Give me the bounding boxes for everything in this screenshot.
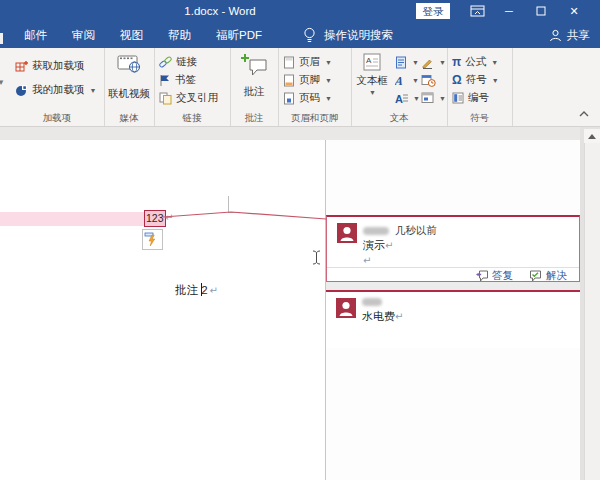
tell-me-search[interactable]: 操作说明搜索	[303, 27, 393, 44]
group-symbols: π 公式 ▼ Ω 符号 ▼ 编号 符号	[447, 48, 513, 126]
group-label-media: 媒体	[104, 112, 154, 125]
tab-foxit-pdf[interactable]: 福昕PDF	[210, 22, 268, 48]
maximize-button[interactable]	[530, 0, 552, 22]
bookmark-button[interactable]: 书签	[159, 71, 196, 89]
margin-corner-mark	[228, 196, 229, 212]
word-window: 1.docx - Word 登录 ─ ✕ 邮件 审阅 视图 帮助 福昕PDF	[0, 0, 600, 480]
link-icon	[159, 56, 172, 68]
minimize-icon: ─	[505, 5, 513, 17]
wordart-icon: A	[395, 74, 407, 87]
comments-pane: 几秒以前 演示↵ ↵ 答复	[326, 140, 580, 480]
number-label: 编号	[468, 91, 489, 105]
object-button[interactable]: ▼	[421, 89, 446, 107]
share-button[interactable]: 共享	[549, 22, 590, 48]
sign-in-button[interactable]: 登录	[416, 3, 450, 19]
comment-text: 水电费↵	[362, 309, 403, 324]
tab-view[interactable]: 视图	[114, 22, 149, 48]
reply-button[interactable]: 答复	[475, 269, 513, 283]
new-comment-label: 批注	[244, 85, 265, 99]
header-button[interactable]: 页眉 ▼	[283, 53, 332, 71]
highlighted-text: 123	[146, 212, 164, 224]
online-video-button[interactable]: 联机视频	[106, 51, 152, 101]
signature-line-button[interactable]: ▼	[421, 53, 446, 71]
object-icon	[421, 92, 434, 104]
comment-card-active[interactable]: 几秒以前 演示↵ ↵ 答复	[326, 215, 580, 282]
close-button[interactable]: ✕	[562, 0, 586, 22]
my-addins-icon	[15, 84, 28, 97]
drop-cap-button[interactable]: A ▼	[395, 89, 420, 107]
commented-text[interactable]: 123	[144, 210, 166, 227]
link-button[interactable]: 链接	[159, 53, 197, 71]
link-label: 链接	[176, 55, 197, 69]
lightbulb-icon	[303, 27, 316, 44]
get-addins-button[interactable]: 获取加载项	[15, 57, 85, 75]
date-time-icon	[421, 74, 436, 87]
bookmark-flag-icon	[159, 74, 171, 87]
comment-header: 几秒以前	[363, 224, 437, 238]
online-video-label: 联机视频	[108, 87, 150, 101]
vertical-scrollbar[interactable]	[584, 129, 600, 480]
symbol-button[interactable]: Ω 符号 ▼	[452, 71, 499, 89]
tab-mailings[interactable]: 邮件	[18, 22, 53, 48]
quick-parts-button[interactable]: ▼	[395, 53, 419, 71]
scroll-up-button[interactable]	[584, 129, 600, 143]
group-label-symbols: 符号	[447, 112, 512, 125]
margin-corner-mark	[228, 212, 240, 213]
paragraph-text-content: 批注 2	[175, 283, 208, 298]
ibeam-cursor	[312, 250, 321, 269]
comment-card[interactable]: 水电费↵	[326, 290, 580, 348]
date-time-button[interactable]	[421, 71, 436, 89]
ribbon-tab-bar: 邮件 审阅 视图 帮助 福昕PDF 操作说明搜索 共享	[0, 22, 600, 48]
author-name-redacted	[362, 298, 382, 306]
group-media: 联机视频 媒体	[104, 48, 155, 126]
paragraph-text[interactable]: 批注 2 ↵	[175, 283, 218, 298]
text-box-button[interactable]: A 文本框 ▼	[353, 51, 391, 96]
document-page[interactable]: 123 ↵ 批注 2 ↵	[0, 140, 325, 480]
new-comment-button[interactable]: 批注	[232, 51, 276, 99]
footer-label: 页脚	[299, 73, 320, 87]
footer-button[interactable]: 页脚 ▼	[283, 71, 332, 89]
signature-pen-icon	[421, 56, 434, 69]
header-icon	[283, 56, 295, 69]
group-label-text: 文本	[351, 112, 447, 125]
dropdown-arrow-icon: ▼	[439, 59, 446, 66]
page-number-button[interactable]: 页码 ▼	[283, 89, 332, 107]
dropdown-arrow-icon: ▼	[412, 59, 419, 66]
omega-icon: Ω	[452, 73, 462, 87]
wordart-button[interactable]: A ▼	[395, 71, 419, 89]
number-icon	[452, 92, 464, 104]
dropdown-arrow-icon: ▼	[491, 59, 498, 66]
page-number-label: 页码	[299, 91, 320, 105]
resolve-button[interactable]: 解决	[529, 269, 567, 283]
svg-text:A: A	[366, 56, 372, 65]
autocorrect-options-button[interactable]	[142, 229, 163, 250]
text-caret	[201, 283, 202, 296]
cutoff-tab-fragment	[0, 33, 3, 44]
dropdown-arrow-icon: ▼	[492, 77, 499, 84]
dropdown-arrow-icon: ▼	[90, 87, 97, 94]
tell-me-label: 操作说明搜索	[324, 28, 393, 43]
author-name-redacted	[363, 227, 389, 235]
comment-timestamp: 几秒以前	[395, 224, 437, 238]
ribbon-display-options-button[interactable]	[466, 0, 488, 22]
group-label-header-footer: 页眉和页脚	[278, 112, 351, 125]
minimize-button[interactable]: ─	[498, 0, 520, 22]
comment-highlight-band	[0, 212, 144, 226]
my-addins-button[interactable]: 我的加载项 ▼	[15, 81, 96, 99]
group-label-links: 链接	[154, 112, 230, 125]
store-icon	[15, 60, 28, 73]
svg-text:A: A	[395, 93, 403, 105]
comment-empty-line: ↵	[363, 254, 371, 266]
equation-button[interactable]: π 公式 ▼	[452, 53, 498, 71]
cross-reference-label: 交叉引用	[176, 91, 218, 105]
number-button[interactable]: 编号	[452, 89, 489, 107]
paragraph-mark: ↵	[395, 311, 403, 322]
collapse-ribbon-button[interactable]	[576, 108, 592, 120]
maximize-icon	[536, 6, 546, 16]
tab-review[interactable]: 审阅	[66, 22, 101, 48]
cross-reference-button[interactable]: 交叉引用	[159, 89, 218, 107]
dropdown-arrow-icon: ▼	[369, 89, 376, 96]
paragraph-mark: ↵	[385, 240, 393, 251]
text-box-icon: A	[363, 53, 381, 71]
tab-help[interactable]: 帮助	[162, 22, 197, 48]
